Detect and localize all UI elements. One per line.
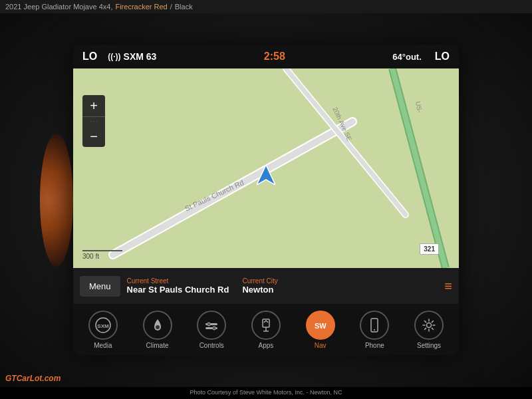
zoom-in-button[interactable]: + [82, 95, 105, 116]
svg-point-16 [207, 323, 211, 326]
hamburger-button[interactable]: ≡ [444, 279, 452, 294]
scale-label: 300 ft [82, 253, 99, 260]
bottom-nav: SXM Media Climate [73, 304, 459, 356]
current-street-block: Current Street Near St Pauls Church Rd [127, 277, 229, 295]
navigation-arrow [257, 165, 275, 192]
volume-indicator-right: LO [435, 51, 450, 63]
controls-label: Controls [200, 342, 224, 349]
clock: 2:58 [163, 51, 386, 63]
settings-icon-wrap [414, 311, 444, 340]
phone-icon-wrap [360, 311, 389, 340]
current-city-block: Current City Newton [242, 277, 277, 295]
current-street-label: Current Street [127, 277, 229, 285]
phone-label: Phone [365, 342, 384, 349]
svg-point-17 [213, 327, 216, 330]
bezel-left [40, 134, 73, 267]
current-city-label: Current City [242, 277, 277, 285]
dashboard: 2021 Jeep Gladiator Mojave 4x4, Firecrac… [0, 0, 532, 399]
nav-label: Nav [315, 342, 327, 349]
media-icon-wrap: SXM [88, 311, 118, 340]
nav-item-media[interactable]: SXM Media [83, 311, 123, 349]
svg-point-13 [156, 325, 160, 329]
scale-indicator: 300 ft [82, 250, 122, 260]
volume-indicator-left: LO [82, 51, 97, 63]
map-area: St Pauls Church Rd 20th Ave SE US- + · ·… [73, 68, 459, 268]
nav-item-apps[interactable]: Apps [246, 311, 286, 349]
svg-point-24 [427, 323, 432, 328]
media-label: Media [94, 342, 112, 349]
scale-line [82, 250, 122, 251]
interior-color: Black [175, 3, 193, 11]
nav-item-phone[interactable]: Phone [354, 311, 394, 349]
top-bar: 2021 Jeep Gladiator Mojave 4x4, Firecrac… [0, 0, 532, 13]
infotainment-screen: LO ((·)) SXM 63 2:58 64°out. LO [73, 45, 459, 356]
nav-item-controls[interactable]: Controls [192, 311, 231, 349]
controls-icon-wrap [197, 311, 226, 340]
svg-text:SXM: SXM [97, 323, 109, 329]
nav-icon-wrap: SW [306, 311, 335, 340]
zoom-out-button[interactable]: − [82, 126, 105, 147]
settings-label: Settings [417, 342, 441, 349]
signal-icon: ((·)) [108, 52, 120, 61]
status-bar: LO ((·)) SXM 63 2:58 64°out. LO [73, 45, 459, 68]
apps-icon-wrap [251, 311, 281, 340]
svg-point-23 [374, 329, 375, 331]
color-separator: / [170, 3, 172, 11]
dashboard-inner: LO ((·)) SXM 63 2:58 64°out. LO [0, 13, 532, 387]
menu-button[interactable]: Menu [80, 276, 120, 297]
street-info: Current Street Near St Pauls Church Rd C… [127, 277, 438, 295]
current-city-value: Newton [242, 285, 277, 295]
outside-temp: 64°out. [392, 52, 421, 62]
current-street-value: Near St Pauls Church Rd [127, 285, 229, 295]
climate-icon-wrap [143, 311, 172, 340]
zoom-dots: · · · [82, 117, 105, 126]
info-bar: Menu Current Street Near St Pauls Church… [73, 268, 459, 304]
vehicle-title: 2021 Jeep Gladiator Mojave 4x4, [5, 3, 112, 11]
svg-marker-10 [257, 165, 275, 185]
climate-label: Climate [146, 342, 169, 349]
svg-text:SW: SW [315, 322, 327, 330]
apps-label: Apps [259, 342, 274, 349]
zoom-controls: + · · · − [82, 95, 105, 147]
radio-section: ((·)) SXM 63 [108, 51, 156, 62]
nav-item-settings[interactable]: Settings [409, 311, 449, 349]
photo-credit: Photo Courtesy of Steve White Motors, In… [0, 387, 532, 399]
road-marker-321: 321 [420, 243, 439, 255]
radio-channel: SXM 63 [124, 51, 157, 62]
vehicle-color: Firecracker Red [115, 3, 167, 11]
nav-item-nav[interactable]: SW Nav [301, 311, 340, 349]
nav-item-climate[interactable]: Climate [138, 311, 178, 349]
gtcarlot-logo: GTCarLot.com [5, 374, 61, 383]
